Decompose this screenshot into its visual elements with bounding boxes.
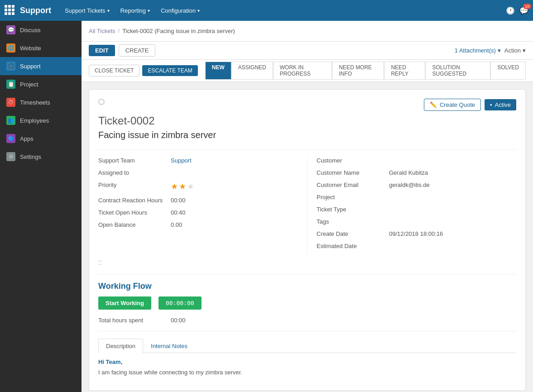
clock-icon[interactable]: 🕐 [506, 6, 515, 15]
meta-row-estimated-date: Estimated Date [317, 243, 516, 249]
priority-stars[interactable]: ★ ★ ★ [171, 182, 194, 191]
apps-icon: 🔷 [6, 134, 15, 143]
sidebar-item-support[interactable]: 🎧 Support [0, 57, 82, 75]
meta-row-project: Project [317, 194, 516, 201]
label-customer: Customer [317, 157, 389, 164]
ticket-id: Ticket-0002 [98, 115, 516, 127]
star-2[interactable]: ★ [179, 182, 186, 191]
star-3[interactable]: ★ [187, 182, 194, 191]
ticket-card: ✏️ Create Quote ▪ Active Ticket-0002 Fac… [89, 89, 526, 391]
attachment-button[interactable]: 1 Attachment(s) ▾ [455, 47, 501, 54]
escalate-team-button[interactable]: ESCALATE TEAM [142, 65, 197, 76]
stage-solution-suggested[interactable]: SOLUTION SUGGESTED [425, 62, 490, 80]
meta-row-support-team: Support Team Support [98, 157, 298, 164]
label-tags: Tags [317, 218, 389, 225]
project-icon: 📋 [6, 80, 15, 89]
start-working-button[interactable]: Start Working [98, 296, 151, 310]
section-divider [98, 274, 516, 274]
tabs-row: Description Internal Notes [98, 339, 516, 353]
meta-row-customer-email: Customer Email geraldk@itis.de [317, 182, 516, 188]
sidebar-item-project[interactable]: 📋 Project [0, 75, 82, 93]
sidebar-item-apps[interactable]: 🔷 Apps [0, 129, 82, 148]
description-content: Hi Team, I am facing issue while connect… [98, 353, 516, 381]
meta-row-open-balance: Open Balance 0.00 [98, 221, 298, 228]
sidebar-item-timesheets[interactable]: ⏱ Timesheets [0, 93, 82, 111]
caret-icon: ▾ [498, 47, 501, 54]
main-layout: 💬 Discuss 🌐 Website 🎧 Support 📋 Project … [0, 21, 533, 392]
app-title: Support [20, 6, 51, 15]
employees-icon: 👥 [6, 116, 15, 125]
ticket-title: Facing issue in zimbra server [98, 130, 516, 140]
stage-solved[interactable]: SOLVED [490, 62, 526, 80]
tab-internal-notes[interactable]: Internal Notes [143, 339, 195, 353]
label-total-hours: Total hours spent [98, 317, 171, 324]
action-button[interactable]: Action ▾ [504, 47, 526, 54]
nav-support-tickets[interactable]: Support Tickets ▾ [60, 5, 114, 17]
working-flow-title: Working Flow [98, 282, 516, 291]
label-project: Project [317, 194, 389, 201]
label-ticket-open-hours: Ticket Open Hours [98, 209, 171, 216]
meta-row-customer-name: Customer Name Gerald Kubitza [317, 169, 516, 176]
nav-links: Support Tickets ▾ Reporting ▾ Configurat… [60, 5, 506, 17]
sidebar-item-employees[interactable]: 👥 Employees [0, 111, 82, 129]
label-contract-reaction: Contract Reaction Hours [98, 197, 171, 204]
notification-badge: 10 [523, 4, 531, 9]
content-area: All Tickets / Ticket-0002 (Facing issue … [82, 21, 533, 392]
working-flow-section: Working Flow Start Working 00:00:00 Tota… [98, 282, 516, 324]
support-icon: 🎧 [6, 62, 15, 71]
create-quote-button[interactable]: ✏️ Create Quote [424, 99, 481, 111]
stage-need-more-info[interactable]: NEED MORE INFO [332, 62, 384, 80]
value-create-date: 09/12/2018 18:00:16 [389, 230, 516, 237]
value-contract-reaction: 00:00 [171, 197, 298, 204]
website-icon: 🌐 [6, 43, 15, 53]
breadcrumb-parent[interactable]: All Tickets [89, 28, 115, 34]
star-1[interactable]: ★ [171, 182, 178, 191]
value-customer-email: geraldk@itis.de [389, 182, 516, 188]
create-button[interactable]: CREATE [119, 44, 156, 57]
label-ticket-type: Ticket Type [317, 206, 389, 213]
discuss-icon: 💬 [6, 25, 15, 34]
sidebar: 💬 Discuss 🌐 Website 🎧 Support 📋 Project … [0, 21, 82, 392]
meta-row-priority: Priority ★ ★ ★ [98, 182, 298, 191]
meta-row-create-date: Create Date 09/12/2018 18:00:16 [317, 230, 516, 237]
ticket-meta: Support Team Support Assigned to Priorit… [98, 149, 516, 255]
quote-icon: ✏️ [430, 101, 437, 108]
status-bar: CLOSE TICKET ESCALATE TEAM NEW ASSIGNED … [82, 60, 533, 82]
stage-new[interactable]: NEW [205, 62, 231, 80]
label-priority: Priority [98, 182, 171, 188]
top-nav-right: 🕐 💬 10 [506, 6, 528, 15]
timer-button[interactable]: 00:00:00 [158, 296, 202, 310]
sidebar-item-discuss[interactable]: 💬 Discuss [0, 21, 82, 39]
meta-row-customer: Customer [317, 157, 516, 164]
value-support-team[interactable]: Support [171, 157, 298, 164]
total-hours-row: Total hours spent 00:00 [98, 317, 516, 324]
drag-handle: :: [98, 258, 516, 267]
stage-need-reply[interactable]: NEED REPLY [384, 62, 425, 80]
nav-configuration[interactable]: Configuration ▾ [156, 5, 204, 17]
tab-description[interactable]: Description [98, 339, 143, 353]
nav-reporting[interactable]: Reporting ▾ [116, 5, 154, 17]
stage-work-in-progress[interactable]: WORK IN PROGRESS [273, 62, 332, 80]
label-open-balance: Open Balance [98, 221, 171, 228]
meta-row-ticket-open-hours: Ticket Open Hours 00:40 [98, 209, 298, 216]
caret-icon: ▾ [523, 47, 526, 54]
value-total-hours: 00:00 [171, 317, 516, 324]
stage-assigned[interactable]: ASSIGNED [231, 62, 273, 80]
top-navigation: Support Support Tickets ▾ Reporting ▾ Co… [0, 0, 533, 21]
status-dot [98, 99, 105, 105]
edit-button[interactable]: EDIT [89, 45, 115, 56]
grid-menu-icon[interactable] [5, 5, 15, 16]
ticket-header-row: ✏️ Create Quote ▪ Active [98, 99, 516, 111]
meta-row-ticket-type: Ticket Type [317, 206, 516, 213]
chat-icon[interactable]: 💬 10 [519, 6, 528, 15]
sidebar-item-settings[interactable]: ⚙ Settings [0, 148, 82, 166]
value-open-balance: 0.00 [171, 221, 298, 228]
value-ticket-open-hours: 00:40 [171, 209, 298, 216]
label-create-date: Create Date [317, 230, 389, 237]
label-support-team: Support Team [98, 157, 171, 164]
working-flow-controls: Start Working 00:00:00 [98, 296, 516, 310]
close-ticket-button[interactable]: CLOSE TICKET [89, 65, 139, 76]
label-estimated-date: Estimated Date [317, 243, 389, 249]
timesheets-icon: ⏱ [6, 98, 15, 107]
sidebar-item-website[interactable]: 🌐 Website [0, 39, 82, 57]
